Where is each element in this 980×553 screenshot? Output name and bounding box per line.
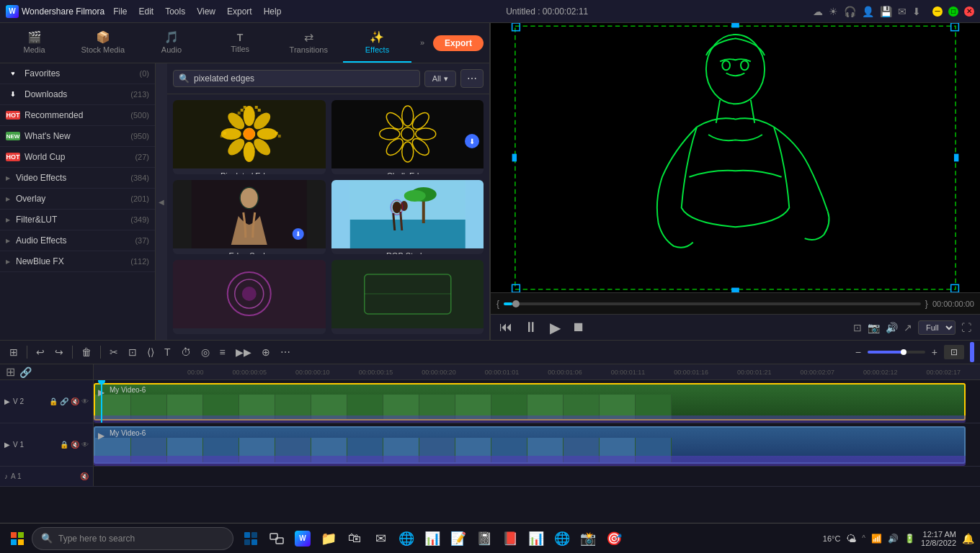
taskbar-app-12[interactable]: 🌐 [551,527,574,550]
fit-timeline-button[interactable]: ⊡ [944,345,964,359]
zoom-handle[interactable] [901,349,906,355]
play-pause-button[interactable]: ⏸ [524,319,538,336]
download-icon[interactable]: ⬇ [912,6,921,17]
search-input[interactable] [173,70,420,87]
sidebar-item-filter-lut[interactable]: Filter&LUT (349) [0,210,155,230]
track-v1-lock[interactable]: 🔒 [60,441,68,449]
stop-button[interactable]: ⏹ [572,320,585,335]
timeline-add-track[interactable]: ⊞ [6,365,15,379]
taskbar-app-14[interactable]: 🎯 [602,527,625,550]
taskbar-store[interactable]: 🛍 [343,527,366,550]
track-v2-lock[interactable]: 🔒 [49,397,58,405]
zoom-in-icon[interactable]: + [928,344,941,360]
tab-audio[interactable]: 🎵 Audio [137,23,205,63]
sun-icon[interactable]: ☀ [829,6,838,17]
panel-collapse-button[interactable]: ◀ [156,63,167,340]
minimize-button[interactable]: ─ [932,6,943,17]
split-tool[interactable]: ⟨⟩ [143,344,158,360]
tune-tool[interactable]: ≡ [216,344,229,360]
cloud-icon[interactable]: ☁ [813,6,823,17]
taskbar-time-date[interactable]: 12:17 AM 12/8/2022 [921,530,956,547]
step-back-button[interactable]: ⏮ [499,320,512,335]
sidebar-item-world-cup[interactable]: HOT World Cup (27) [0,147,155,168]
taskbar-search[interactable]: 🔍 Type here to search [32,527,233,550]
timeline-magnet[interactable]: 🔗 [19,367,32,378]
sound-icon[interactable]: 🔊 [888,534,899,544]
stabilize-tool[interactable]: ⊕ [258,344,274,360]
effect-card-chalk-edge[interactable]: ⬇ Chalk Edge [331,100,484,174]
effect-card-edge-scale[interactable]: ⬇ Edge Scale [173,180,326,254]
volume-preview-icon[interactable]: 🔊 [886,322,898,333]
timer-tool[interactable]: ⏱ [177,344,195,360]
effect-card-6[interactable] [331,260,484,334]
sidebar-item-video-effects[interactable]: Video Effects (384) [0,168,155,189]
sidebar-item-overlay[interactable]: Overlay (201) [0,189,155,210]
taskbar-excel[interactable]: 📊 [421,527,444,550]
track-v1-mute[interactable]: 🔇 [71,441,79,449]
sidebar-item-favorites[interactable]: ♥ Favorites (0) [0,63,155,84]
taskbar-word[interactable]: 📝 [447,527,470,550]
track-v2-link[interactable]: 🔗 [60,397,68,405]
menu-tools[interactable]: Tools [165,6,185,17]
sidebar-item-recommended[interactable]: HOT Recommended (500) [0,105,155,126]
scrubber-track[interactable] [504,302,921,305]
maximize-button[interactable]: □ [948,6,958,17]
taskbar-file-explorer[interactable]: 📁 [317,527,340,550]
tab-effects[interactable]: ✨ Effects [343,23,411,63]
effect-card-5[interactable] [173,260,326,334]
notification-bell[interactable]: 🔔 [962,533,974,544]
effect-card-rgb-stroke[interactable]: RGB Stroke [331,180,484,254]
battery-icon[interactable]: 🔋 [904,534,915,544]
menu-edit[interactable]: Edit [139,6,154,17]
menu-file[interactable]: File [113,6,127,17]
text-tool[interactable]: T [161,344,174,360]
menu-export[interactable]: Export [227,6,252,17]
snapshot-icon[interactable]: 📷 [868,322,880,333]
headphone-icon[interactable]: 🎧 [844,6,856,17]
sidebar-item-audio-effects[interactable]: Audio Effects (37) [0,230,155,251]
quality-select[interactable]: Full 1/2 1/4 [918,320,956,335]
taskbar-instagram[interactable]: 📸 [576,527,600,550]
zoom-slider[interactable] [868,351,925,354]
taskbar-widgets[interactable] [239,527,262,550]
taskbar-mail[interactable]: ✉ [369,527,392,550]
undo-button[interactable]: ↩ [32,344,48,360]
save-icon[interactable]: 💾 [880,6,892,17]
grid-view-icon[interactable]: ⊞ [6,344,22,360]
menu-help[interactable]: Help [264,6,282,17]
sidebar-item-newblue-fx[interactable]: NewBlue FX (112) [0,251,155,272]
notification-area[interactable]: ^ [862,534,865,542]
delete-button[interactable]: 🗑 [78,344,95,360]
taskbar-app-10[interactable]: 📕 [499,527,522,550]
share-icon[interactable]: ↗ [904,322,912,333]
audio-mute[interactable]: 🔇 [80,472,89,480]
sidebar-item-downloads[interactable]: ⬇ Downloads (213) [0,84,155,105]
menu-view[interactable]: View [197,6,215,17]
tab-media[interactable]: 🎬 Media [0,23,68,63]
speed-tool[interactable]: ▶▶ [232,344,255,360]
export-button[interactable]: Export [433,35,484,51]
tab-expand[interactable]: » [411,23,433,63]
scrubber-handle[interactable] [512,300,520,307]
start-button[interactable] [6,527,29,550]
taskbar-filmora[interactable]: W [291,527,314,550]
user-icon[interactable]: 👤 [862,6,874,17]
sidebar-item-whats-new[interactable]: NEW What's New (950) [0,126,155,147]
fullscreen-icon[interactable]: ⛶ [961,322,971,333]
more-tools[interactable]: ⋯ [277,344,294,360]
tab-transitions[interactable]: ⇄ Transitions [275,23,343,63]
play-button[interactable]: ▶ [550,319,561,336]
crop-tool[interactable]: ⊡ [125,344,141,360]
taskbar-edge[interactable]: 🌐 [395,527,418,550]
track-v2-mute[interactable]: 🔇 [71,397,79,405]
track-v1-eye[interactable]: 👁 [81,441,89,449]
taskbar-task-view[interactable] [265,527,288,550]
cut-button[interactable]: ✂ [106,344,122,360]
track-v2-eye[interactable]: 👁 [81,397,89,405]
taskbar-powerpoint[interactable]: 📊 [525,527,548,550]
taskbar-onenote[interactable]: 📓 [473,527,496,550]
network-icon[interactable]: 📶 [871,534,882,544]
zoom-out-icon[interactable]: − [852,344,865,360]
grid-options-button[interactable]: ⋯ [460,69,484,88]
redo-button[interactable]: ↪ [51,344,67,360]
